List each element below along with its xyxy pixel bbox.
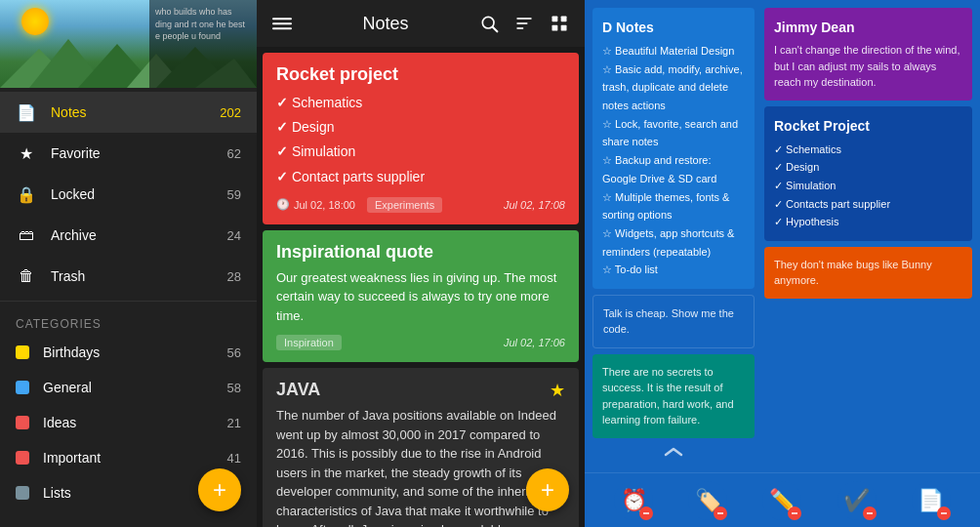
cat-count-important: 41: [227, 451, 241, 466]
widget-text-secrets: There are no secrets to success. It is t…: [602, 364, 745, 428]
note-tag: Experiments: [367, 197, 442, 213]
hero-text-overlay: who builds who has ding and rt one he be…: [149, 0, 257, 88]
middle-title: Notes: [296, 14, 475, 34]
edit-badge: [788, 507, 801, 520]
fab-add-note-button[interactable]: +: [526, 468, 569, 511]
sidebar-item-favorite[interactable]: ★ Favorite 62: [0, 133, 257, 174]
widget-card-bunny[interactable]: They don't make bugs like Bunny anymore.: [764, 247, 972, 299]
checklist-item: Contact parts supplier: [276, 165, 565, 189]
nav-label-archive: Archive: [51, 227, 227, 243]
widget-card-talk[interactable]: Talk is cheap. Show me the code.: [592, 295, 755, 348]
note-clock-rocket: 🕐 Jul 02, 18:00 Experiments Jul 02, 17:0…: [276, 197, 565, 213]
right-col-1: D NotesBeautiful Material DesignBasic ad…: [585, 0, 760, 472]
widget-card-jimmy[interactable]: Jimmy DeanI can't change the direction o…: [764, 8, 972, 101]
middle-actions: [475, 10, 573, 37]
checklist-item: Design: [276, 115, 565, 140]
bottom-icon-file[interactable]: 📄: [912, 481, 951, 520]
sort-icon[interactable]: [510, 10, 538, 37]
hamburger-icon[interactable]: [268, 10, 296, 37]
sidebar-item-trash[interactable]: 🗑 Trash 28: [0, 256, 257, 297]
sidebar-item-general[interactable]: General 58: [0, 370, 257, 405]
svg-rect-6: [272, 18, 292, 20]
notes-icon: 📄: [16, 101, 37, 123]
lists-dot-icon: [16, 486, 29, 500]
grid-icon[interactable]: [546, 10, 573, 37]
bottom-icon-label[interactable]: 🏷️: [688, 481, 727, 520]
notes-list: Rocket projectSchematicsDesignSimulation…: [257, 47, 585, 527]
nav-label-trash: Trash: [51, 268, 227, 284]
nav-label-favorite: Favorite: [51, 145, 227, 161]
general-dot-icon: [16, 381, 29, 394]
nav-count-notes: 202: [220, 105, 241, 120]
sidebar-item-locked[interactable]: 🔒 Locked 59: [0, 174, 257, 215]
note-date: Jul 02, 17:08: [504, 199, 565, 211]
important-dot-icon: [16, 451, 29, 465]
favorite-icon: ★: [16, 142, 37, 164]
svg-rect-17: [561, 25, 567, 31]
widget-card-dnotes[interactable]: D NotesBeautiful Material DesignBasic ad…: [592, 8, 755, 289]
svg-rect-16: [552, 25, 558, 31]
right-panel: D NotesBeautiful Material DesignBasic ad…: [585, 0, 980, 527]
trash-icon: 🗑: [16, 265, 37, 287]
hero-image: who builds who has ding and rt one he be…: [0, 0, 257, 88]
sidebar-item-notes[interactable]: 📄 Notes 202: [0, 92, 257, 133]
widget-list-item: To-do list: [602, 261, 745, 279]
widget-card-secrets[interactable]: There are no secrets to success. It is t…: [592, 354, 755, 438]
right-col-2: Jimmy DeanI can't change the direction o…: [760, 0, 980, 472]
archive-icon: 🗃: [16, 224, 37, 246]
sidebar-item-ideas[interactable]: Ideas 21: [0, 405, 257, 440]
fab-add-button[interactable]: +: [198, 468, 241, 511]
svg-rect-7: [272, 22, 292, 24]
cat-count-ideas: 21: [227, 416, 241, 430]
svg-rect-8: [272, 27, 292, 29]
nav-count-locked: 59: [227, 187, 241, 202]
cat-label-ideas: Ideas: [43, 415, 227, 430]
cat-count-birthdays: 56: [227, 345, 241, 360]
bottom-icon-check[interactable]: ✔️: [837, 481, 877, 520]
birthdays-dot-icon: [16, 345, 29, 359]
note-title-java: JAVA: [276, 380, 565, 400]
widget-list-item: Backup and restore: Google Drive & SD ca…: [602, 151, 745, 187]
widget-text-bunny: They don't make bugs like Bunny anymore.: [774, 257, 962, 289]
widget-list-item: Widgets, app shortcuts & reminders (repe…: [602, 224, 745, 261]
bottom-icon-edit[interactable]: ✏️: [762, 481, 801, 520]
divider: [0, 301, 257, 302]
middle-panel: Notes Rocket projectSchematicsDesignSimu…: [257, 0, 585, 527]
search-icon[interactable]: [475, 10, 503, 37]
cat-label-important: Important: [43, 450, 227, 466]
locked-icon: 🔒: [16, 183, 37, 205]
note-body-java: The number of Java positions available o…: [276, 406, 565, 527]
widget-title-rocket-widget: Rocket Project: [774, 116, 962, 137]
nav-count-archive: 24: [227, 228, 241, 243]
widget-text-talk: Talk is cheap. Show me the code.: [603, 305, 744, 338]
svg-rect-14: [552, 17, 558, 22]
cat-label-general: General: [43, 380, 227, 395]
widget-list-item: Beautiful Material Design: [602, 42, 745, 61]
nav-label-locked: Locked: [51, 186, 227, 202]
label-badge: [714, 507, 727, 520]
bottom-icon-alarm[interactable]: ⏰: [614, 481, 653, 520]
collapse-button[interactable]: [592, 444, 755, 462]
file-badge: [937, 507, 951, 520]
widget-checklist-rocket-widget: SchematicsDesignSimulationContacts part …: [774, 141, 962, 231]
sidebar-item-archive[interactable]: 🗃 Archive 24: [0, 215, 257, 256]
svg-rect-15: [561, 17, 567, 22]
sidebar-item-birthdays[interactable]: Birthdays 56: [0, 335, 257, 370]
widget-text-jimmy: I can't change the direction of the wind…: [774, 42, 962, 91]
cat-count-general: 58: [227, 381, 241, 395]
note-body-inspirational: Our greatest weakness lies in giving up.…: [276, 268, 565, 326]
note-date-inspirational: Jul 02, 17:06: [504, 337, 565, 348]
widget-card-rocket-widget[interactable]: Rocket ProjectSchematicsDesignSimulation…: [764, 106, 972, 241]
note-star-icon: ★: [550, 380, 565, 401]
widget-list-item: Lock, favorite, search and share notes: [602, 115, 745, 151]
note-card-inspirational[interactable]: Inspirational quoteOur greatest weakness…: [263, 230, 579, 363]
svg-line-10: [493, 27, 498, 32]
right-top: D NotesBeautiful Material DesignBasic ad…: [585, 0, 980, 472]
nav-count-favorite: 62: [227, 146, 241, 161]
widget-title-dnotes: D Notes: [602, 18, 745, 38]
checklist-item: Simulation: [276, 140, 565, 164]
note-card-rocket[interactable]: Rocket projectSchematicsDesignSimulation…: [263, 53, 579, 224]
check-badge: [863, 507, 877, 520]
widget-list-dnotes: Beautiful Material DesignBasic add, modi…: [602, 42, 745, 279]
widget-list-item: Multiple themes, fonts & sorting options: [602, 188, 745, 224]
